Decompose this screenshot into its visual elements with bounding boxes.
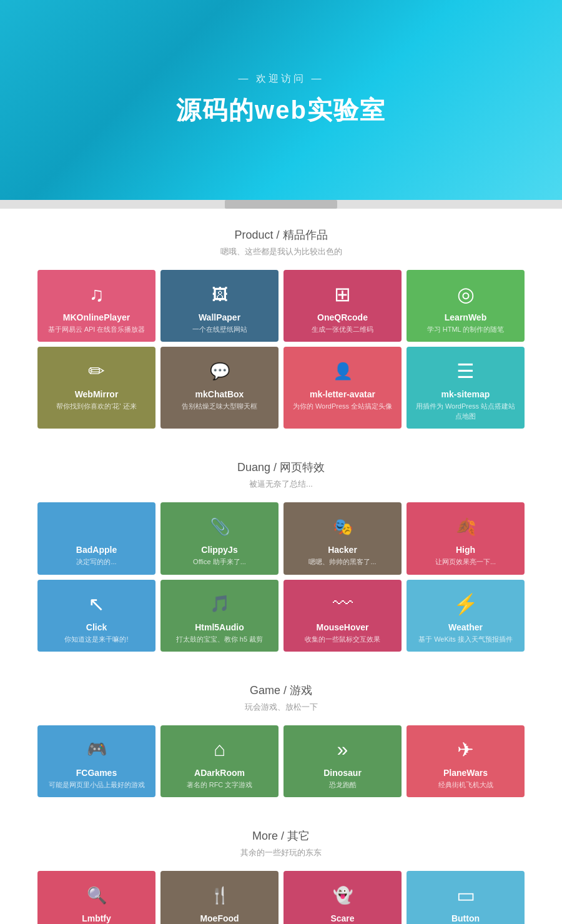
wallpaper-title: WallPaper <box>199 312 240 322</box>
more-section: More / 其它 其余的一些好玩的东东 Lmbtfy谷歌搜索引擎联动MoeFo… <box>0 810 562 924</box>
more-subtitle: 其余的一些好玩的东东 <box>37 847 525 858</box>
dinosaur-icon <box>337 737 348 763</box>
button-title: Button <box>451 913 480 923</box>
fcgames-icon <box>87 737 107 763</box>
mkchatbox-title: mkChatBox <box>195 389 244 399</box>
game-header: Game / 游戏 玩会游戏、放松一下 <box>37 683 525 713</box>
game-subtitle: 玩会游戏、放松一下 <box>37 702 525 713</box>
duang-grid: BadApple决定写的的...ClippyJsOffice 助手来了...Ha… <box>37 502 525 652</box>
button-icon <box>456 882 475 908</box>
scare-title: Scare <box>330 913 354 923</box>
fcgames-title: FCGames <box>76 768 117 778</box>
mksitemap-desc: 用插件为 WordPress 站点搭建站点地图 <box>413 402 518 421</box>
html5audio-icon <box>210 591 230 617</box>
weather-desc: 基于 WeKits 接入天气预报插件 <box>418 635 513 644</box>
card-weather[interactable]: Weather基于 WeKits 接入天气预报插件 <box>407 580 525 652</box>
mousehover-desc: 收集的一些鼠标交互效果 <box>305 635 380 644</box>
card-mkchatbox[interactable]: mkChatBox告别枯燥乏味大型聊天框 <box>160 347 279 429</box>
product-subtitle: 嗯哦、这些都是我认为比较出色的 <box>37 246 525 257</box>
card-mousehover[interactable]: MouseHover收集的一些鼠标交互效果 <box>283 580 402 652</box>
card-button[interactable]: Button各种按钮 <box>407 871 525 924</box>
moefood-title: MoeFood <box>200 913 239 923</box>
duang-section: Duang / 网页特效 被逼无奈了总结... BadApple决定写的的...… <box>0 441 562 664</box>
card-mksitemap[interactable]: mk-sitemap用插件为 WordPress 站点搭建站点地图 <box>407 347 525 429</box>
card-learnweb[interactable]: LearnWeb学习 HTML 的制作的随笔 <box>407 270 525 342</box>
card-wallpaper[interactable]: WallPaper一个在线壁纸网站 <box>160 270 279 342</box>
mousehover-title: MouseHover <box>316 622 368 632</box>
card-badapple[interactable]: BadApple决定写的的... <box>37 502 155 574</box>
html5audio-desc: 打太鼓的宝宝、教你 h5 裁剪 <box>176 635 263 644</box>
product-grid: MKOnlinePlayer基于网易云 API 在线音乐播放器WallPaper… <box>37 270 525 429</box>
card-lmbtfy[interactable]: Lmbtfy谷歌搜索引擎联动 <box>37 871 155 924</box>
main-content: Product / 精品作品 嗯哦、这些都是我认为比较出色的 MKOnlineP… <box>0 209 562 924</box>
adarkroom-icon <box>214 737 225 763</box>
webmirror-title: WebMirror <box>75 389 119 399</box>
product-title: Product / 精品作品 <box>37 227 525 242</box>
hero-section: — 欢迎访问 — 源码的web实验室 <box>0 0 562 200</box>
hacker-title: Hacker <box>328 545 357 555</box>
learnweb-icon <box>457 281 475 307</box>
learnweb-desc: 学习 HTML 的制作的随笔 <box>427 325 505 334</box>
card-fcgames[interactable]: FCGames可能是网页里小品上最好的游戏 <box>37 725 155 797</box>
duang-title: Duang / 网页特效 <box>37 460 525 475</box>
card-dinosaur[interactable]: Dinosaur恐龙跑酷 <box>283 725 402 797</box>
scrollbar-track[interactable] <box>0 200 562 209</box>
card-html5audio[interactable]: Html5Audio打太鼓的宝宝、教你 h5 裁剪 <box>160 580 279 652</box>
planewars-icon <box>457 737 474 763</box>
click-title: Click <box>86 622 107 632</box>
more-grid: Lmbtfy谷歌搜索引擎联动MoeFood随机点餐吧ScareCSS3 恐怖动漫… <box>37 871 525 924</box>
lmbtfy-icon <box>87 882 107 908</box>
webmirror-desc: 帮你找到你喜欢的'花' 还来 <box>56 402 136 411</box>
product-header: Product / 精品作品 嗯哦、这些都是我认为比较出色的 <box>37 227 525 257</box>
hero-title: 源码的web实验室 <box>176 93 386 127</box>
planewars-title: PlaneWars <box>443 768 488 778</box>
game-section: Game / 游戏 玩会游戏、放松一下 FCGames可能是网页里小品上最好的游… <box>0 664 562 810</box>
card-planewars[interactable]: PlaneWars经典街机飞机大战 <box>407 725 525 797</box>
clippyjs-icon <box>210 514 230 540</box>
card-clippyjs[interactable]: ClippyJsOffice 助手来了... <box>160 502 279 574</box>
oneqrcode-title: OneQRcode <box>317 312 368 322</box>
scare-icon <box>333 882 353 908</box>
mkletter-icon <box>333 358 353 384</box>
card-webmirror[interactable]: WebMirror帮你找到你喜欢的'花' 还来 <box>37 347 155 429</box>
click-desc: 你知道这是来干嘛的! <box>64 635 128 644</box>
oneqrcode-icon <box>334 281 351 307</box>
dinosaur-desc: 恐龙跑酷 <box>329 780 357 790</box>
high-icon <box>456 514 476 540</box>
high-title: High <box>456 545 475 555</box>
game-title: Game / 游戏 <box>37 683 525 698</box>
hacker-icon <box>333 514 353 540</box>
moefood-icon <box>210 882 230 908</box>
card-hacker[interactable]: Hacker嗯嗯、帅帅的黑客了... <box>283 502 402 574</box>
oneqrcode-desc: 生成一张优美二维码 <box>312 325 373 334</box>
planewars-desc: 经典街机飞机大战 <box>438 780 493 790</box>
hacker-desc: 嗯嗯、帅帅的黑客了... <box>308 557 376 567</box>
wallpaper-desc: 一个在线壁纸网站 <box>192 325 247 334</box>
weather-icon <box>453 591 478 617</box>
learnweb-title: LearnWeb <box>445 312 486 322</box>
card-adarkroom[interactable]: ADarkRoom著名的 RFC 文字游戏 <box>160 725 279 797</box>
mkletter-title: mk-letter-avatar <box>310 389 375 399</box>
clippyjs-desc: Office 助手来了... <box>193 557 246 567</box>
adarkroom-desc: 著名的 RFC 文字游戏 <box>187 780 253 790</box>
card-mkonlineplayer[interactable]: MKOnlinePlayer基于网易云 API 在线音乐播放器 <box>37 270 155 342</box>
mkchatbox-icon <box>210 358 230 384</box>
hero-subtitle: — 欢迎访问 — <box>239 72 324 86</box>
card-mkletter[interactable]: mk-letter-avatar为你的 WordPress 全站搞定头像 <box>283 347 402 429</box>
scrollbar-thumb[interactable] <box>225 200 337 209</box>
card-moefood[interactable]: MoeFood随机点餐吧 <box>160 871 279 924</box>
card-oneqrcode[interactable]: OneQRcode生成一张优美二维码 <box>283 270 402 342</box>
weather-title: Weather <box>448 622 483 632</box>
wallpaper-icon <box>212 281 228 307</box>
duang-subtitle: 被逼无奈了总结... <box>37 479 525 490</box>
clippyjs-title: ClippyJs <box>201 545 237 555</box>
html5audio-title: Html5Audio <box>195 622 244 632</box>
card-click[interactable]: Click你知道这是来干嘛的! <box>37 580 155 652</box>
lmbtfy-title: Lmbtfy <box>82 913 111 923</box>
card-high[interactable]: High让网页效果亮一下... <box>407 502 525 574</box>
webmirror-icon <box>88 358 105 384</box>
mkonlineplayer-desc: 基于网易云 API 在线音乐播放器 <box>48 325 145 334</box>
card-scare[interactable]: ScareCSS3 恐怖动漫 吓你玩 <box>283 871 402 924</box>
mksitemap-title: mk-sitemap <box>441 389 490 399</box>
product-section: Product / 精品作品 嗯哦、这些都是我认为比较出色的 MKOnlineP… <box>0 209 562 441</box>
